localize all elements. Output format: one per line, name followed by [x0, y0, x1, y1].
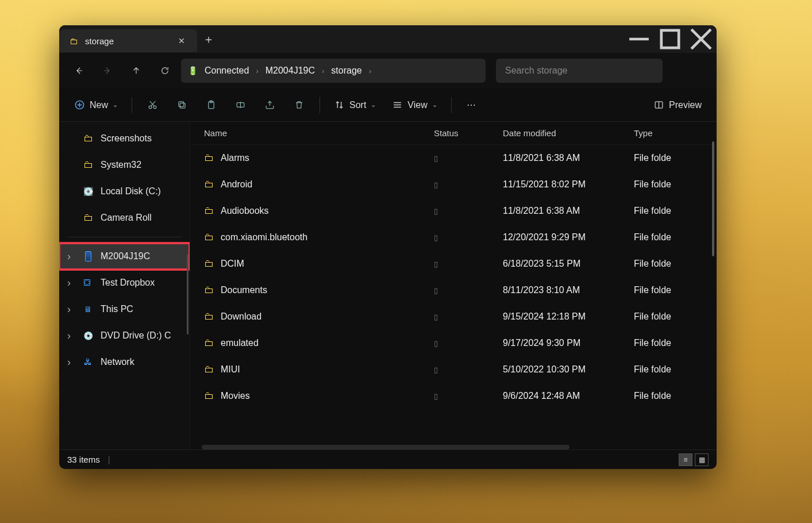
file-row[interactable]: 🗀Download ▯ 9/15/2024 12:18 PM File fold… — [190, 303, 717, 330]
copy-button[interactable] — [168, 94, 195, 116]
file-row[interactable]: 🗀Audiobooks ▯ 11/8/2021 6:38 AM File fol… — [190, 198, 717, 224]
sidebar-item-label: Test Dropbox — [101, 278, 155, 288]
vertical-scrollbar[interactable] — [712, 141, 714, 256]
file-row[interactable]: 🗀com.xiaomi.bluetooth ▯ 12/20/2021 9:29 … — [190, 224, 717, 251]
pc-icon: 🖥 — [84, 305, 92, 314]
tab-title: storage — [85, 36, 167, 46]
sidebar-item-label: DVD Drive (D:) C — [101, 330, 171, 341]
folder-icon: 🗀 — [204, 364, 214, 375]
breadcrumb-connected[interactable]: Connected — [200, 66, 253, 76]
chevron-right-icon: › — [256, 67, 258, 75]
breadcrumb[interactable]: 🔋 Connected › M2004J19C › storage › — [181, 59, 486, 83]
rename-button[interactable] — [227, 94, 254, 116]
file-date: 8/11/2023 8:10 AM — [503, 285, 634, 295]
sidebar[interactable]: 🗀Screenshots🗀System32💽Local Disk (C:)🗀Ca… — [59, 122, 190, 449]
folder-icon: 🗀 — [204, 179, 214, 190]
preview-button[interactable]: Preview — [646, 94, 709, 116]
view-toggle: ≡ ▦ — [679, 453, 709, 466]
file-name: com.xiaomi.bluetooth — [221, 232, 307, 243]
file-type: File folde — [634, 232, 717, 243]
sidebar-item[interactable]: M2004J19C — [59, 243, 190, 270]
dvd-icon: 💿 — [83, 331, 93, 340]
refresh-button[interactable] — [152, 58, 178, 83]
folder-icon: 🗀 — [83, 159, 93, 171]
file-row[interactable]: 🗀Movies ▯ 9/6/2024 12:48 AM File folde — [190, 383, 717, 409]
forward-button[interactable] — [95, 58, 120, 83]
col-date-header[interactable]: Date modified — [503, 128, 634, 138]
minimize-button[interactable] — [624, 28, 655, 51]
file-type: File folde — [634, 259, 717, 269]
file-explorer-window: 🗀 storage ✕ ＋ 🔋 Connected › M2004J19C › … — [59, 25, 717, 469]
dropbox-icon: ⛋ — [83, 278, 93, 288]
file-row[interactable]: 🗀DCIM ▯ 6/18/2023 5:15 PM File folde — [190, 251, 717, 277]
status-icon: ▯ — [434, 286, 438, 295]
sidebar-item[interactable]: ⛋Test Dropbox — [59, 270, 190, 296]
search-input[interactable]: Search storage — [496, 59, 663, 83]
svg-rect-8 — [179, 102, 184, 107]
file-name: Download — [221, 312, 261, 322]
col-type-header[interactable]: Type — [634, 128, 717, 138]
file-row[interactable]: 🗀Android ▯ 11/15/2021 8:02 PM File folde — [190, 171, 717, 198]
status-icon: ▯ — [434, 392, 438, 401]
sidebar-item-label: Camera Roll — [101, 213, 152, 223]
divider — [451, 97, 452, 113]
close-window-button[interactable] — [686, 28, 717, 51]
details-view-button[interactable]: ≡ — [679, 453, 692, 466]
status-icon: ▯ — [434, 339, 438, 348]
col-status-header[interactable]: Status — [434, 128, 503, 138]
view-button[interactable]: View ⌄ — [385, 94, 444, 116]
divider — [320, 97, 320, 113]
thumbnails-view-button[interactable]: ▦ — [695, 453, 709, 466]
share-button[interactable] — [256, 94, 283, 116]
sidebar-item[interactable]: 🖥This PC — [59, 296, 190, 322]
sidebar-item[interactable]: 💽Local Disk (C:) — [59, 178, 190, 205]
file-type: File folde — [634, 206, 717, 216]
file-row[interactable]: 🗀Documents ▯ 8/11/2023 8:10 AM File fold… — [190, 277, 717, 303]
status-icon: ▯ — [434, 366, 438, 374]
col-name-header[interactable]: Name — [204, 128, 434, 138]
file-type: File folde — [634, 153, 717, 163]
file-name: Audiobooks — [221, 206, 269, 216]
sidebar-scrollbar[interactable] — [187, 254, 188, 334]
new-tab-button[interactable]: ＋ — [197, 32, 220, 47]
paste-button[interactable] — [198, 94, 225, 116]
sidebar-item[interactable]: 🖧Network — [59, 349, 190, 375]
sidebar-item-label: Network — [101, 357, 134, 367]
file-row[interactable]: 🗀emulated ▯ 9/17/2024 9:30 PM File folde — [190, 330, 717, 356]
breadcrumb-device[interactable]: M2004J19C — [261, 66, 320, 76]
navigation-bar: 🔋 Connected › M2004J19C › storage › Sear… — [59, 53, 717, 89]
divider — [132, 97, 132, 113]
sidebar-item[interactable]: 🗀Screenshots — [59, 125, 190, 152]
file-row[interactable]: 🗀MIUI ▯ 5/10/2022 10:30 PM File folde — [190, 356, 717, 383]
horizontal-scrollbar[interactable] — [202, 445, 569, 449]
svg-rect-7 — [180, 103, 185, 108]
file-pane: Name Status Date modified Type 🗀Alarms ▯… — [190, 122, 717, 449]
tab-storage[interactable]: 🗀 storage ✕ — [59, 29, 197, 52]
sidebar-item[interactable]: 💿DVD Drive (D:) C — [59, 322, 190, 349]
file-row[interactable]: 🗀Alarms ▯ 11/8/2021 6:38 AM File folde — [190, 145, 717, 171]
breadcrumb-storage[interactable]: storage — [326, 66, 366, 76]
close-tab-button[interactable]: ✕ — [174, 34, 189, 48]
sidebar-item[interactable]: 🗀Camera Roll — [59, 205, 190, 231]
folder-icon: 🗀 — [83, 212, 93, 224]
delete-button[interactable] — [286, 94, 313, 116]
file-name: emulated — [221, 338, 259, 348]
sort-button[interactable]: Sort ⌄ — [327, 94, 383, 116]
maximize-button[interactable] — [655, 28, 686, 51]
view-label: View — [407, 100, 427, 110]
file-date: 12/20/2021 9:29 PM — [503, 232, 634, 243]
file-type: File folde — [634, 179, 717, 190]
status-bar: 33 items | ≡ ▦ — [59, 449, 717, 469]
back-button[interactable] — [66, 58, 91, 83]
sidebar-item-label: Local Disk (C:) — [101, 186, 161, 197]
command-bar: New ⌄ Sort ⌄ View ⌄ ⋯ Preview — [59, 89, 717, 122]
sidebar-item[interactable]: 🗀System32 — [59, 152, 190, 178]
file-date: 6/18/2023 5:15 PM — [503, 259, 634, 269]
more-button[interactable]: ⋯ — [459, 94, 484, 116]
file-type: File folde — [634, 312, 717, 322]
new-button[interactable]: New ⌄ — [67, 94, 125, 116]
network-icon: 🖧 — [84, 357, 92, 367]
folder-icon: 🗀 — [204, 390, 214, 402]
cut-button[interactable] — [139, 94, 166, 116]
up-button[interactable] — [124, 58, 149, 83]
